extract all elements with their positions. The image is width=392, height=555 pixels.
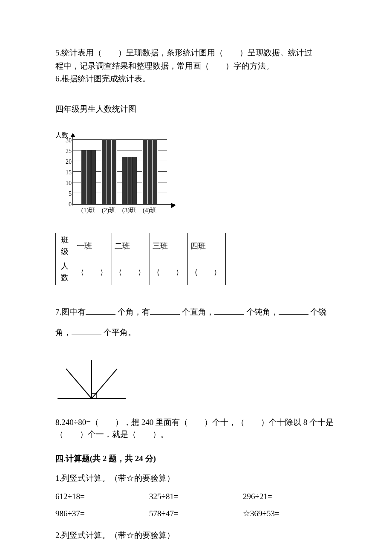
- blank-input[interactable]: [86, 306, 115, 315]
- table-row: 人数 （ ） （ ） （ ） （ ）: [56, 259, 226, 285]
- angle-figure: [55, 358, 128, 405]
- td-c3[interactable]: （ ）: [150, 259, 188, 285]
- th-class: 班级: [56, 233, 74, 259]
- td-c1[interactable]: （ ）: [74, 259, 112, 285]
- calc-item: 612÷18=: [55, 491, 149, 503]
- calc-item: 325÷81=: [149, 491, 243, 503]
- page: 5.统计表用（ ）呈现数据，条形统计图用（ ）呈现数据。统计过 程中，记录调查结…: [0, 0, 392, 555]
- svg-line-3: [92, 369, 117, 399]
- blank-input[interactable]: [214, 306, 244, 315]
- x-labels: (1)班 (2)班 (3)班 (4)班: [73, 205, 175, 217]
- tick-25: 25: [64, 148, 72, 154]
- q7-t7: 个平角。: [104, 328, 136, 337]
- th-count: 人数: [56, 259, 74, 285]
- q7-line2: 角， 个平角。: [55, 323, 341, 342]
- calc-item: 296÷21=: [243, 491, 337, 503]
- xlab-1: (1)班: [79, 205, 98, 215]
- xlab-4: (4)班: [140, 205, 159, 215]
- q6: 6.根据统计图完成统计表。: [55, 73, 341, 85]
- q7-t4: 个钝角，: [246, 307, 279, 316]
- th-c2: 二班: [112, 233, 150, 259]
- tick-15: 15: [64, 170, 72, 176]
- tick-30: 30: [64, 138, 72, 144]
- tick-0: 0: [64, 202, 72, 208]
- table-row: 班级 一班 二班 三班 四班: [56, 233, 226, 259]
- q7-t3: 个直角，: [182, 307, 214, 316]
- bar-class-2: [101, 140, 117, 204]
- p2-title: 2.列竖式计算。（带☆的要验算）: [55, 529, 341, 542]
- td-c2[interactable]: （ ）: [112, 259, 150, 285]
- q8: 8.240÷80=（ ），想 240 里面有（ ）个十，（ ）个十除以 8 个十…: [55, 416, 341, 441]
- blank-input[interactable]: [72, 327, 101, 335]
- calc-row: 986÷37= 578÷47= ☆369÷53=: [55, 508, 341, 520]
- calc-item: ☆369÷53=: [243, 508, 337, 520]
- th-c1: 一班: [74, 233, 112, 259]
- calc-item: 986÷37=: [55, 508, 149, 520]
- plot-area: [73, 141, 175, 205]
- xlab-2: (2)班: [99, 205, 118, 215]
- calc-row: 612÷18= 325÷81= 296÷21=: [55, 491, 341, 503]
- xlab-3: (3)班: [120, 205, 138, 215]
- q5-line1: 5.统计表用（ ）呈现数据，条形统计图用（ ）呈现数据。统计过: [55, 47, 341, 59]
- bar-class-4: [142, 140, 158, 204]
- tick-5: 5: [64, 191, 72, 197]
- calc-item: 578÷47=: [149, 508, 243, 520]
- tick-10: 10: [64, 180, 72, 186]
- bar-class-1: [81, 150, 96, 204]
- svg-line-2: [66, 369, 92, 399]
- q7-t1: 7.图中有: [55, 307, 86, 316]
- section-4-title: 四.计算题(共 2 题，共 24 分): [55, 453, 341, 465]
- chart-title: 四年级男生人数统计图: [55, 103, 341, 116]
- blank-input[interactable]: [150, 306, 180, 315]
- stats-table: 班级 一班 二班 三班 四班 人数 （ ） （ ） （ ） （ ）: [55, 233, 226, 285]
- q5-line2: 程中，记录调查结果和整理数据，常用画（ ）字的方法。: [55, 60, 341, 72]
- tick-20: 20: [64, 159, 72, 165]
- q7-t2: 个角，有: [118, 307, 150, 316]
- q7-t6: 角，: [55, 328, 72, 337]
- p1-title: 1.列竖式计算。（带☆的要验算）: [55, 472, 341, 485]
- bar-class-3: [122, 157, 137, 204]
- q7-t5: 个锐: [310, 307, 326, 316]
- th-c3: 三班: [150, 233, 188, 259]
- bar-chart: 人数 30 25 20 15 10 5 0: [55, 132, 175, 217]
- th-c4: 四班: [188, 233, 226, 259]
- blank-input[interactable]: [279, 306, 308, 315]
- td-c4[interactable]: （ ）: [188, 259, 226, 285]
- q7-line1: 7.图中有 个角，有 个直角， 个钝角， 个锐: [55, 302, 341, 322]
